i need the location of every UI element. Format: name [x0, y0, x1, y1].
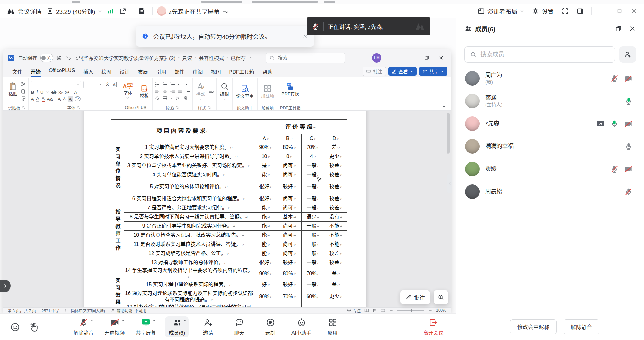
toolbar-item-screen-share[interactable]: 共享屏幕	[130, 314, 161, 340]
fullscreen-button[interactable]	[561, 7, 569, 15]
unmute-button[interactable]: 解除静音	[564, 319, 599, 334]
word-minimize-button[interactable]	[405, 49, 419, 66]
maximize-button[interactable]	[616, 8, 623, 14]
edit-find-button[interactable]: 编辑	[219, 82, 230, 100]
underline-button[interactable]: U	[40, 90, 44, 94]
save-button[interactable]	[56, 55, 62, 61]
word-account-avatar[interactable]: LH	[372, 53, 381, 63]
network-signal-indicator[interactable]	[107, 8, 114, 14]
sharing-status[interactable]: z先森正在共享屏幕	[157, 6, 229, 16]
align-center-icon[interactable]	[162, 89, 168, 94]
word-search-box[interactable]	[266, 53, 345, 63]
font-color-button[interactable]: A	[42, 96, 45, 102]
read-mode-icon[interactable]	[364, 308, 369, 313]
document-scrollbar[interactable]	[447, 113, 450, 154]
toolbar-item-mic-muted[interactable]: 解除静音	[68, 314, 99, 340]
view-mode-button[interactable]: 查看	[388, 67, 417, 76]
toolbar-item-chat[interactable]: 聊天	[224, 314, 255, 340]
highlight-button[interactable]: A	[36, 96, 39, 102]
open-external-button[interactable]	[119, 7, 127, 15]
document-canvas[interactable]: 项 目 内 容 及 要 求↵ 评 价 等 级↵ A↵ B↵ C↵ D↵ 实习单位…	[3, 111, 451, 307]
officeplus-font-button[interactable]: A字 字体	[121, 83, 134, 99]
member-row[interactable]: 满满的幸福	[456, 135, 644, 158]
officeplus-template-button[interactable]: 模板	[139, 84, 150, 98]
language-status[interactable]: 简体中文(中国大陆)	[71, 308, 105, 314]
member-row[interactable]: 周晨松	[456, 180, 644, 203]
pinyin-guide-icon[interactable]: 文	[106, 82, 109, 86]
minimize-button[interactable]	[601, 8, 608, 14]
addins-button[interactable]: 加载项	[260, 84, 275, 99]
chevron-down-icon[interactable]	[46, 90, 49, 94]
zoom-level[interactable]: 100%	[436, 308, 446, 313]
word-count[interactable]: 2571 个字	[42, 308, 59, 314]
zoom-slider[interactable]	[397, 310, 424, 311]
italic-button[interactable]: I	[36, 90, 38, 94]
tab-设计[interactable]: 设计	[115, 66, 134, 77]
toolbar-item-invite[interactable]: 邀请	[192, 314, 224, 340]
sort-icon[interactable]	[175, 96, 180, 101]
borders-icon[interactable]	[162, 96, 168, 101]
undo-button[interactable]	[65, 55, 72, 61]
tab-审阅[interactable]: 审阅	[188, 66, 207, 77]
word-search-input[interactable]	[277, 55, 332, 61]
copy-icon[interactable]	[21, 89, 26, 94]
tab-PDF工具箱[interactable]: PDF工具箱	[225, 66, 258, 77]
toolbar-item-ai-assistant[interactable]: AI小助手	[286, 314, 317, 340]
line-spacing-icon[interactable]	[185, 89, 190, 94]
toolbar-item-apps[interactable]: 应用	[317, 314, 348, 340]
dialog-launcher-icon[interactable]	[208, 106, 211, 109]
chevron-up-icon[interactable]	[152, 319, 156, 323]
layout-switcher[interactable]: 演讲者布局	[477, 7, 524, 15]
cut-icon[interactable]	[21, 82, 26, 87]
bullet-list-icon[interactable]	[155, 82, 160, 87]
change-case-button[interactable]: Aa	[47, 97, 53, 101]
meeting-timer[interactable]: 23:29 (40分钟)	[47, 7, 102, 15]
shading-a-button[interactable]: A	[68, 96, 73, 102]
member-search-input[interactable]	[480, 51, 610, 58]
print-layout-icon[interactable]	[373, 308, 377, 313]
tab-帮助[interactable]: 帮助	[258, 66, 276, 77]
increase-indent-icon[interactable]	[185, 82, 190, 87]
tab-视图[interactable]: 视图	[207, 66, 225, 77]
paste-button[interactable]: 粘贴	[7, 82, 19, 100]
font-name-select[interactable]	[31, 81, 81, 88]
saved-flag[interactable]: 已保存	[231, 54, 246, 62]
tab-开始[interactable]: 开始	[26, 66, 45, 77]
align-right-icon[interactable]	[170, 89, 175, 94]
close-panel-icon[interactable]	[629, 25, 636, 32]
focus-mode[interactable]: 专注	[353, 308, 361, 314]
autosave-toggle[interactable]: 关	[40, 54, 53, 62]
align-left-icon[interactable]	[155, 89, 160, 94]
enclose-characters-button[interactable]: 字	[75, 96, 80, 101]
rename-button[interactable]: 修改会中昵称	[510, 319, 557, 334]
zoom-in-button[interactable]	[428, 308, 432, 313]
text-effects-button[interactable]: A	[31, 97, 34, 101]
leave-meeting-button[interactable]: 离开会议	[423, 318, 443, 336]
tab-绘图[interactable]: 绘图	[97, 66, 115, 77]
dialog-launcher-icon[interactable]	[22, 106, 25, 109]
tab-文件[interactable]: 文件	[8, 66, 26, 77]
member-row[interactable]: 周广为(我)	[456, 67, 644, 90]
subscript-button[interactable]: x₂	[58, 90, 63, 94]
toolbar-item-record[interactable]: 录制	[255, 314, 286, 340]
dialog-launcher-icon[interactable]	[175, 106, 179, 109]
magnify-button[interactable]	[434, 290, 448, 304]
popout-panel-icon[interactable]	[615, 25, 622, 32]
close-button[interactable]	[631, 8, 638, 14]
tab-邮件[interactable]: 邮件	[170, 66, 188, 77]
chevron-up-icon[interactable]	[183, 319, 187, 323]
chevron-down-icon[interactable]	[170, 97, 173, 100]
ribbon-collapse-chevron[interactable]	[442, 104, 446, 109]
bold-button[interactable]: B	[31, 90, 34, 94]
clear-format-button[interactable]: A	[71, 90, 77, 94]
chevron-up-icon[interactable]	[90, 319, 94, 323]
member-row[interactable]: z先森	[456, 112, 644, 135]
page-info[interactable]: 第 3 页，共 7 页	[8, 308, 36, 314]
meeting-details-button[interactable]: 会议详情	[6, 7, 42, 15]
tab-布局[interactable]: 布局	[134, 66, 152, 77]
character-border-icon[interactable]: A	[112, 82, 117, 87]
format-painter-icon[interactable]	[21, 96, 26, 101]
share-button[interactable]: 共享	[419, 67, 447, 76]
settings-button[interactable]: 设置	[532, 7, 554, 15]
accessibility-status[interactable]: 辅助功能: 不可用	[117, 308, 146, 314]
